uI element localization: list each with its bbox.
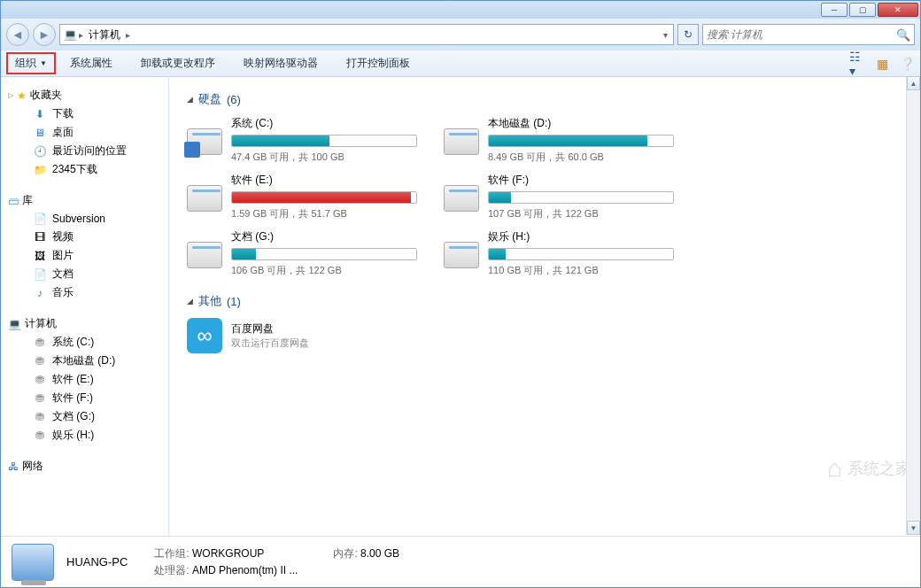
search-icon[interactable]: 🔍	[896, 28, 910, 42]
drive-icon	[444, 242, 479, 268]
dropdown-icon: ▼	[40, 59, 47, 67]
drive-tile[interactable]: 本地磁盘 (D:)8.49 GB 可用，共 60.0 GB	[444, 116, 674, 164]
usage-bar	[488, 191, 674, 204]
section-drives[interactable]: ◢ 硬盘 (6)	[187, 91, 902, 107]
drive-name: 软件 (E:)	[231, 173, 417, 188]
organize-button[interactable]: 组织 ▼	[6, 52, 56, 74]
toolbar-system-properties[interactable]: 系统属性	[56, 56, 127, 71]
tree-libraries[interactable]: 🗃 库	[8, 191, 168, 210]
tree-drive-h[interactable]: ⛃娱乐 (H:)	[8, 426, 168, 445]
recent-icon: 🕘	[33, 144, 47, 159]
workgroup-label: 工作组:	[154, 547, 189, 560]
vertical-scrollbar[interactable]: ▲ ▼	[906, 76, 920, 535]
search-box[interactable]: 🔍	[702, 24, 915, 45]
scroll-thumb[interactable]	[907, 90, 920, 549]
drive-icon: ⛃	[33, 336, 47, 350]
navigation-tree: ▷ ★ 收藏夹 ⬇下载 🖥桌面 🕘最近访问的位置 📁2345下载 🗃 库 📄Su…	[1, 77, 169, 536]
toolbar-uninstall[interactable]: 卸载或更改程序	[127, 56, 229, 71]
toolbar: 组织 ▼ 系统属性 卸载或更改程序 映射网络驱动器 打开控制面板 ☷ ▾ ▦ ❔	[1, 50, 920, 77]
folder-icon: 📁	[33, 163, 47, 177]
preview-pane-icon[interactable]: ▦	[874, 56, 890, 72]
refresh-button[interactable]: ↻	[677, 24, 699, 45]
address-bar[interactable]: 💻 ▸ 计算机 ▸ ▾	[59, 24, 674, 45]
drive-name: 软件 (F:)	[488, 173, 674, 188]
tree-drive-f[interactable]: ⛃软件 (F:)	[8, 389, 168, 407]
tree-network[interactable]: 🖧 网络	[8, 457, 168, 476]
tree-item-recent[interactable]: 🕘最近访问的位置	[8, 142, 168, 160]
collapse-icon: ◢	[187, 95, 193, 104]
tree-item-documents[interactable]: 📄文档	[8, 265, 168, 283]
drive-tile[interactable]: 软件 (E:)1.59 GB 可用，共 51.7 GB	[187, 173, 417, 220]
drive-icon	[187, 128, 222, 155]
cpu-label: 处理器:	[154, 564, 189, 576]
history-dropdown-icon[interactable]: ▾	[662, 30, 669, 40]
picture-icon: 🖼	[33, 249, 47, 263]
section-other[interactable]: ◢ 其他 (1)	[187, 293, 902, 309]
tree-drive-d[interactable]: ⛃本地磁盘 (D:)	[8, 352, 168, 370]
tree-drive-c[interactable]: ⛃系统 (C:)	[8, 333, 168, 352]
drive-tile[interactable]: 娱乐 (H:)110 GB 可用，共 121 GB	[444, 229, 674, 277]
network-label: 网络	[22, 459, 43, 474]
usage-bar	[231, 248, 417, 260]
video-icon: 🎞	[33, 230, 47, 244]
library-icon: 🗃	[8, 195, 19, 207]
download-icon: ⬇	[33, 107, 47, 121]
search-input[interactable]	[707, 28, 896, 41]
titlebar: ─ ▢ ✕	[1, 1, 920, 19]
address-bar-row: ◄ ► 💻 ▸ 计算机 ▸ ▾ ↻ 🔍	[1, 19, 920, 50]
help-icon[interactable]: ❔	[899, 56, 915, 72]
tree-item-videos[interactable]: 🎞视频	[8, 228, 168, 246]
drive-stat: 47.4 GB 可用，共 100 GB	[231, 151, 417, 164]
drive-tile[interactable]: 软件 (F:)107 GB 可用，共 122 GB	[444, 173, 674, 220]
tree-item-2345[interactable]: 📁2345下载	[8, 160, 168, 179]
view-options-icon[interactable]: ☷ ▾	[849, 56, 865, 72]
drive-stat: 1.59 GB 可用，共 51.7 GB	[231, 207, 417, 220]
collapse-icon: ◢	[187, 297, 193, 306]
scroll-down-button[interactable]: ▼	[907, 521, 920, 535]
tree-item-desktop[interactable]: 🖥桌面	[8, 123, 168, 142]
tree-drive-g[interactable]: ⛃文档 (G:)	[8, 407, 168, 426]
close-button[interactable]: ✕	[878, 3, 918, 17]
nav-forward-button[interactable]: ►	[33, 23, 56, 46]
tree-item-subversion[interactable]: 📄Subversion	[8, 210, 168, 228]
content-pane: ◢ 硬盘 (6) 系统 (C:)47.4 GB 可用，共 100 GB本地磁盘 …	[169, 77, 920, 536]
nav-back-button[interactable]: ◄	[6, 23, 29, 46]
memory-label: 内存:	[333, 547, 357, 560]
cpu-value: AMD Phenom(tm) II ...	[192, 564, 298, 576]
drive-icon	[444, 185, 479, 212]
drive-stat: 8.49 GB 可用，共 60.0 GB	[488, 151, 674, 164]
other-item-name: 百度网盘	[231, 321, 309, 337]
toolbar-map-drive[interactable]: 映射网络驱动器	[229, 56, 332, 71]
chevron-right-icon: ▸	[77, 30, 85, 40]
computer-large-icon	[12, 544, 54, 581]
drive-icon: ⛃	[33, 373, 47, 387]
drive-stat: 106 GB 可用，共 122 GB	[231, 264, 417, 277]
computer-label: 计算机	[25, 316, 57, 331]
other-item-baidu[interactable]: ∞ 百度网盘 双击运行百度网盘	[187, 318, 902, 353]
doc-icon: 📄	[33, 212, 47, 226]
tree-item-music[interactable]: ♪音乐	[8, 283, 168, 302]
tree-computer[interactable]: 💻 计算机	[8, 314, 168, 333]
usage-bar	[488, 135, 674, 147]
organize-label: 组织	[15, 56, 36, 71]
usage-bar	[231, 191, 417, 204]
minimize-button[interactable]: ─	[821, 3, 847, 17]
drive-stat: 110 GB 可用，共 121 GB	[488, 264, 674, 277]
drive-name: 娱乐 (H:)	[488, 229, 674, 244]
maximize-button[interactable]: ▢	[849, 3, 876, 17]
tree-item-downloads[interactable]: ⬇下载	[8, 104, 168, 123]
memory-value: 8.00 GB	[360, 547, 399, 560]
breadcrumb-computer[interactable]: 计算机	[85, 27, 124, 43]
drive-icon: ⛃	[33, 410, 47, 424]
drive-tile[interactable]: 系统 (C:)47.4 GB 可用，共 100 GB	[187, 116, 417, 164]
scroll-up-button[interactable]: ▲	[907, 76, 920, 90]
drive-name: 本地磁盘 (D:)	[488, 116, 674, 131]
tree-favorites[interactable]: ▷ ★ 收藏夹	[8, 86, 168, 104]
star-icon: ★	[17, 89, 27, 102]
chevron-right-icon: ▸	[124, 30, 132, 40]
drive-tile[interactable]: 文档 (G:)106 GB 可用，共 122 GB	[187, 229, 417, 277]
tree-drive-e[interactable]: ⛃软件 (E:)	[8, 370, 168, 389]
drive-icon: ⛃	[33, 391, 47, 406]
tree-item-pictures[interactable]: 🖼图片	[8, 246, 168, 265]
toolbar-control-panel[interactable]: 打开控制面板	[332, 56, 424, 71]
